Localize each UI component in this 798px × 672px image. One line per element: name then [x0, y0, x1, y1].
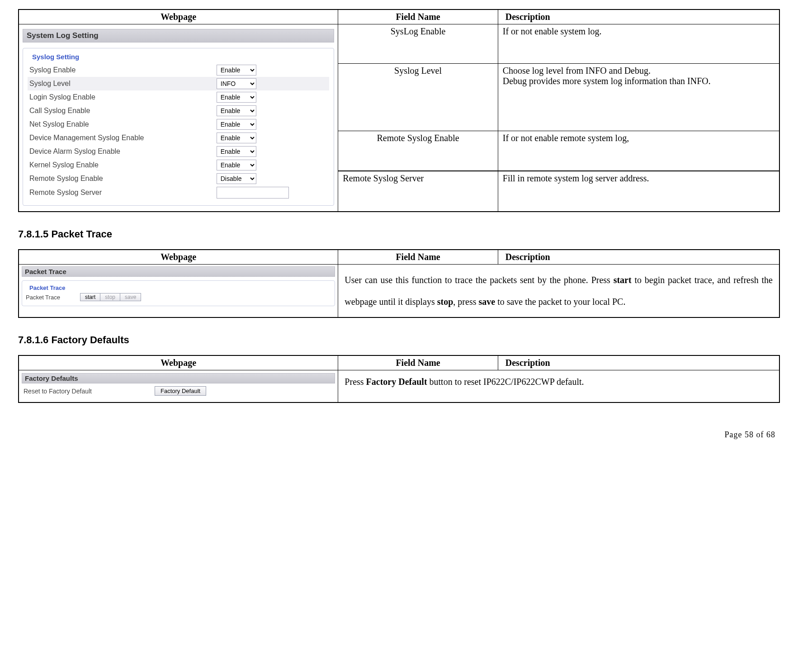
syslog-ui-fieldset: Syslog Setting Syslog EnableEnableDisabl…	[23, 48, 334, 206]
syslog-ui-row: Net Syslog EnableEnableDisable	[28, 118, 329, 131]
fd-ui-row: Reset to Factory Default Factory Default	[22, 383, 335, 398]
syslog-ui-label: Syslog Enable	[28, 66, 217, 74]
syslog-row-desc: If or not enable remote system log,	[498, 131, 779, 171]
heading-factory-defaults: 7.8.1.6 Factory Defaults	[18, 334, 780, 346]
stop-button[interactable]: stop	[100, 293, 120, 301]
syslog-ui-titlebar: System Log Setting	[23, 29, 334, 43]
syslog-select-0[interactable]: EnableDisable	[217, 65, 256, 76]
syslog-row-field: Remote Syslog Server	[338, 171, 498, 212]
syslog-ui-label: Syslog Level	[28, 80, 217, 88]
syslog-header-webpage: Webpage	[19, 9, 338, 24]
syslog-row-desc: Choose log level from INFO and Debug.Deb…	[498, 63, 779, 131]
pt-description-cell: User can use this function to trace the …	[338, 265, 779, 318]
syslog-select-6[interactable]: EnableDisable	[217, 146, 256, 157]
syslog-ui-row: Syslog EnableEnableDisable	[28, 63, 329, 77]
syslog-ui-row: Login Syslog EnableEnableDisable	[28, 90, 329, 104]
syslog-ui-label: Device Management Syslog Enable	[28, 134, 217, 142]
syslog-ui-label: Remote Syslog Enable	[28, 175, 217, 183]
syslog-header-field: Field Name	[338, 9, 498, 24]
pt-ui-titlebar: Packet Trace	[22, 266, 335, 277]
syslog-header-desc: Description	[498, 9, 779, 24]
syslog-ui-row: Syslog LevelINFODebug	[28, 77, 329, 90]
factory-defaults-table: Webpage Field Name Description Factory D…	[18, 355, 780, 403]
fd-header-field: Field Name	[338, 355, 498, 370]
syslog-row-field: SysLog Enable	[338, 24, 498, 64]
pt-description: User can use this function to trace the …	[343, 266, 774, 315]
syslog-webpage-cell: System Log Setting Syslog Setting Syslog…	[19, 24, 338, 212]
syslog-row-desc: Fill in remote system log server address…	[498, 171, 779, 212]
syslog-ui-legend: Syslog Setting	[30, 53, 81, 61]
factory-default-button[interactable]: Factory Default	[155, 386, 206, 396]
syslog-ui-row: Remote Syslog Server	[28, 185, 329, 200]
fd-header-webpage: Webpage	[19, 355, 338, 370]
fd-ui: Factory Defaults Reset to Factory Defaul…	[19, 370, 338, 402]
syslog-row-field: Remote Syslog Enable	[338, 131, 498, 171]
syslog-select-2[interactable]: EnableDisable	[217, 92, 256, 103]
pt-webpage-cell: Packet Trace Packet Trace Packet Trace s…	[19, 265, 338, 318]
save-button[interactable]: save	[120, 293, 141, 301]
syslog-ui-label: Device Alarm Syslog Enable	[28, 147, 217, 156]
syslog-ui-label: Login Syslog Enable	[28, 93, 217, 101]
syslog-ui-label: Call Syslog Enable	[28, 107, 217, 115]
syslog-setting-table: Webpage Field Name Description System Lo…	[18, 9, 780, 212]
syslog-ui-row: Device Management Syslog EnableEnableDis…	[28, 131, 329, 145]
pt-header-desc: Description	[498, 250, 779, 265]
pt-ui-fieldset: Packet Trace Packet Trace start stop sav…	[22, 280, 335, 306]
syslog-text-9[interactable]	[217, 187, 289, 199]
start-button[interactable]: start	[80, 293, 100, 301]
syslog-select-1[interactable]: INFODebug	[217, 78, 256, 89]
syslog-select-3[interactable]: EnableDisable	[217, 105, 256, 116]
syslog-ui-label: Remote Syslog Server	[28, 189, 217, 197]
syslog-ui-label: Net Syslog Enable	[28, 120, 217, 128]
syslog-select-5[interactable]: EnableDisable	[217, 133, 256, 143]
syslog-select-7[interactable]: EnableDisable	[217, 160, 256, 170]
pt-header-webpage: Webpage	[19, 250, 338, 265]
fd-description: Press Factory Default button to reset IP…	[343, 372, 774, 392]
syslog-ui-row: Device Alarm Syslog EnableEnableDisable	[28, 145, 329, 158]
syslog-select-8[interactable]: EnableDisable	[217, 173, 256, 184]
pt-ui-row: Packet Trace start stop save	[26, 293, 331, 301]
syslog-row-desc: If or not enable system log.	[498, 24, 779, 64]
fd-description-cell: Press Factory Default button to reset IP…	[338, 370, 779, 403]
page-footer: Page 58 of 68	[18, 430, 780, 440]
fd-row-label: Reset to Factory Default	[24, 388, 155, 395]
syslog-row-field: Syslog Level	[338, 63, 498, 131]
heading-packet-trace: 7.8.1.5 Packet Trace	[18, 228, 780, 240]
syslog-ui-row: Call Syslog EnableEnableDisable	[28, 104, 329, 118]
pt-ui-legend: Packet Trace	[28, 284, 67, 291]
syslog-ui: System Log Setting Syslog Setting Syslog…	[19, 24, 338, 211]
fd-webpage-cell: Factory Defaults Reset to Factory Defaul…	[19, 370, 338, 403]
fd-ui-titlebar: Factory Defaults	[22, 373, 335, 383]
syslog-ui-label: Kernel Syslog Enable	[28, 161, 217, 169]
pt-header-field: Field Name	[338, 250, 498, 265]
pt-ui: Packet Trace Packet Trace Packet Trace s…	[19, 265, 338, 311]
syslog-select-4[interactable]: EnableDisable	[217, 119, 256, 130]
packet-trace-table: Webpage Field Name Description Packet Tr…	[18, 249, 780, 318]
fd-header-desc: Description	[498, 355, 779, 370]
syslog-ui-row: Remote Syslog EnableEnableDisable	[28, 172, 329, 185]
pt-row-label: Packet Trace	[26, 294, 80, 301]
pt-button-group: start stop save	[80, 293, 141, 301]
syslog-ui-row: Kernel Syslog EnableEnableDisable	[28, 158, 329, 172]
